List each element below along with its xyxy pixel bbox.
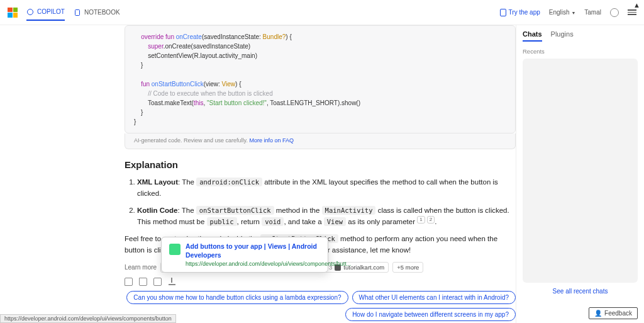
- citation-2[interactable]: 2: [427, 216, 435, 224]
- suggestion-chip-1[interactable]: Can you show me how to handle button cli…: [126, 291, 348, 304]
- avatar-icon[interactable]: [610, 8, 619, 17]
- learn-more-label: Learn more: [125, 264, 157, 271]
- tab-notebook[interactable]: NOTEBOOK: [74, 5, 120, 20]
- explanation-item-2: Kotlin Code: The onStartButtonClick meth…: [137, 205, 516, 228]
- tab-notebook-label: NOTEBOOK: [84, 9, 120, 16]
- hamburger-menu[interactable]: [628, 9, 636, 15]
- svg-rect-1: [75, 9, 79, 15]
- thumbs-down-icon[interactable]: [139, 278, 147, 286]
- code-disclaimer: AI-generated code. Review and use carefu…: [125, 133, 516, 149]
- copilot-icon: [26, 8, 34, 16]
- export-icon[interactable]: [168, 278, 176, 286]
- mobile-icon: [500, 9, 506, 16]
- user-name[interactable]: Tamal: [584, 9, 601, 16]
- explanation-heading: Explanation: [125, 159, 516, 170]
- side-tab-chats[interactable]: Chats: [523, 30, 542, 42]
- try-app-label: Try the app: [509, 9, 540, 16]
- language-selector[interactable]: English ▼: [549, 9, 576, 16]
- tooltip-title: Add buttons to your app | Views | Androi…: [186, 242, 351, 259]
- status-bar-url: https://developer.android.com/develop/ui…: [0, 314, 176, 323]
- tab-copilot-label: COPILOT: [37, 8, 65, 15]
- copy-icon[interactable]: [153, 278, 162, 286]
- suggestion-chip-3[interactable]: How do I navigate between different scre…: [345, 308, 516, 321]
- code-block: override fun onCreate(savedInstanceState…: [125, 25, 516, 133]
- explanation-list: XML Layout: The android:onClick attribut…: [125, 176, 516, 228]
- suggestion-row: Can you show me how to handle button cli…: [125, 291, 516, 321]
- svg-point-0: [28, 9, 33, 14]
- see-all-link[interactable]: See all recent chats: [523, 288, 638, 295]
- source-hover-tooltip: Add buttons to your app | Views | Androi…: [161, 237, 328, 273]
- thumbs-up-icon[interactable]: [125, 278, 133, 286]
- tab-copilot[interactable]: COPILOT: [26, 4, 65, 21]
- scroll-top-arrow[interactable]: ▲: [633, 1, 640, 9]
- android-favicon-large: [169, 244, 180, 255]
- tooltip-url: https://developer.android.com/develop/ui…: [186, 261, 351, 267]
- conversation-column: override fun onCreate(savedInstanceState…: [0, 25, 516, 323]
- side-tab-plugins[interactable]: Plugins: [551, 30, 574, 42]
- feedback-button[interactable]: 👤 Feedback: [589, 307, 638, 319]
- explanation-item-1: XML Layout: The android:onClick attribut…: [137, 176, 516, 200]
- suggestion-chip-2[interactable]: What other UI elements can I interact wi…: [352, 291, 516, 304]
- microsoft-logo: [8, 8, 18, 18]
- citation-1[interactable]: 1: [417, 216, 425, 224]
- faq-link[interactable]: More info on FAQ: [249, 137, 294, 144]
- notebook-icon: [74, 9, 81, 16]
- source-chip-more[interactable]: +5 more: [392, 262, 423, 273]
- recent-chat-card[interactable]: [523, 59, 638, 283]
- message-actions: [125, 278, 516, 286]
- feedback-icon: 👤: [594, 310, 602, 317]
- side-panel: Chats Plugins Recents See all recent cha…: [516, 25, 644, 323]
- recents-label: Recents: [523, 48, 638, 55]
- top-bar: COPILOT NOTEBOOK Try the app English ▼ T…: [0, 0, 644, 25]
- try-app-link[interactable]: Try the app: [500, 9, 540, 16]
